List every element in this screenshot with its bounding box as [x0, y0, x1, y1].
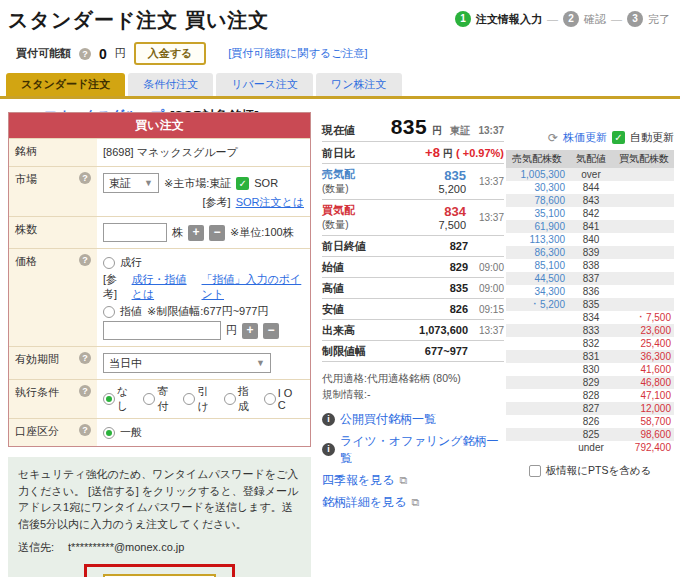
- stat-time: 13:37: [468, 325, 504, 336]
- chevron-down-icon: ▼: [144, 178, 153, 188]
- account-type-label: 口座区分: [15, 424, 59, 439]
- sor-info-link[interactable]: SOR注文とは: [236, 195, 304, 210]
- account-general-radio[interactable]: [103, 427, 115, 439]
- help-icon[interactable]: ?: [79, 385, 91, 397]
- main-market-note: ※主市場:東証: [164, 176, 231, 191]
- price-cell[interactable]: 843: [568, 194, 614, 207]
- sell-qty-cell: 78,600: [506, 194, 568, 207]
- buy-qty-cell: [614, 207, 674, 220]
- step-3-label: 完了: [648, 12, 670, 27]
- price-cell[interactable]: 842: [568, 207, 614, 220]
- funds-notice-link[interactable]: [買付可能額に関するご注意]: [228, 46, 367, 61]
- validity-select[interactable]: 当日中▼: [103, 353, 271, 373]
- quote-link-1: iライツ・オファリング銘柄一覧: [322, 433, 504, 467]
- price-cell[interactable]: 839: [568, 246, 614, 259]
- deposit-button[interactable]: 入金する: [134, 42, 207, 65]
- board-row-841: 61,900841: [506, 220, 674, 233]
- price-cell[interactable]: 826: [568, 415, 614, 428]
- help-icon[interactable]: ?: [79, 48, 91, 60]
- exec-option-radio[interactable]: [224, 393, 236, 405]
- price-cell[interactable]: 832: [568, 337, 614, 350]
- order-form-column: 買い注文 銘柄 [8698] マネックスグループ 市場 ? 東証▼ ※主市場:東…: [8, 112, 311, 577]
- tab-2[interactable]: リバース注文: [216, 73, 313, 96]
- quantity-input[interactable]: [103, 223, 167, 242]
- chevron-down-icon: ▼: [256, 358, 265, 368]
- buy-qty-cell: [614, 194, 674, 207]
- price-cell[interactable]: 837: [568, 272, 614, 285]
- quantity-unit: 株: [172, 225, 183, 240]
- refresh-price-link[interactable]: 株価更新: [563, 130, 607, 145]
- daily-change-label: 前日比: [322, 146, 380, 161]
- sell-qty-cell: 30,300: [506, 181, 568, 194]
- exec-option-radio[interactable]: [183, 393, 195, 405]
- sell-qty-cell: 34,300: [506, 285, 568, 298]
- price-cell[interactable]: 844: [568, 181, 614, 194]
- price-cell[interactable]: over: [568, 168, 614, 181]
- account-general-label: 一般: [120, 425, 142, 440]
- exec-option-radio[interactable]: [103, 393, 115, 405]
- quote-link-2: 四季報を見る⧉: [322, 472, 504, 489]
- price-cell[interactable]: 836: [568, 285, 614, 298]
- stat-value: 827: [380, 240, 468, 252]
- quote-link-text[interactable]: 銘柄詳細を見る: [322, 494, 407, 511]
- stat-value: 835: [380, 282, 468, 294]
- buy-qty-cell: [614, 220, 674, 233]
- price-cell[interactable]: 828: [568, 389, 614, 402]
- price-cell[interactable]: 840: [568, 233, 614, 246]
- exec-option-radio[interactable]: [143, 393, 155, 405]
- price-cell[interactable]: 830: [568, 363, 614, 376]
- plus-button[interactable]: +: [188, 225, 204, 241]
- ask-label: 売気配: [322, 167, 372, 182]
- help-icon[interactable]: ?: [79, 254, 91, 266]
- stat-value: 829: [380, 261, 468, 273]
- best-ask-row: 売気配 (数量) 835 5,200 13:37: [322, 164, 504, 200]
- price-header: 気配値: [568, 150, 614, 168]
- help-icon[interactable]: ?: [79, 172, 91, 184]
- auto-update-checkbox[interactable]: ✓: [612, 131, 625, 144]
- tab-1[interactable]: 条件付注文: [128, 73, 213, 96]
- plus-button[interactable]: +: [242, 323, 258, 339]
- price-cell[interactable]: 833: [568, 324, 614, 337]
- exec-option-radio[interactable]: [264, 393, 276, 405]
- price-type-info-link[interactable]: 成行・指値とは: [132, 272, 197, 302]
- help-icon[interactable]: ?: [79, 424, 91, 436]
- market-order-radio[interactable]: [103, 257, 115, 269]
- price-cell[interactable]: 841: [568, 220, 614, 233]
- price-cell[interactable]: 838: [568, 259, 614, 272]
- minus-button[interactable]: −: [263, 323, 279, 339]
- bid-time: 13:37: [466, 212, 504, 223]
- price-cell[interactable]: 835: [568, 298, 614, 311]
- send-otp-button[interactable]: 送信する: [103, 574, 216, 577]
- price-cell[interactable]: 829: [568, 376, 614, 389]
- refresh-icon[interactable]: ⟳: [548, 131, 558, 145]
- quote-link-text[interactable]: 四季報を見る: [322, 472, 395, 489]
- tab-3[interactable]: ワン株注文: [316, 73, 402, 96]
- price-cell[interactable]: 825: [568, 428, 614, 441]
- price-cell[interactable]: 834: [568, 311, 614, 324]
- quote-link-text[interactable]: 公開買付銘柄一覧: [340, 411, 436, 428]
- buy-qty-cell: 792,400: [614, 441, 674, 454]
- board-row-842: 35,100842: [506, 207, 674, 220]
- price-cell[interactable]: 827: [568, 402, 614, 415]
- limit-input-tips-link[interactable]: 「指値」入力のポイント: [202, 272, 304, 302]
- pts-checkbox[interactable]: [529, 465, 541, 477]
- price-cell[interactable]: 831: [568, 350, 614, 363]
- price-cell[interactable]: under: [568, 441, 614, 454]
- tab-0[interactable]: スタンダード注文: [6, 73, 125, 96]
- board-row-834: 834･ 7,500: [506, 311, 674, 324]
- market-select[interactable]: 東証▼: [103, 173, 159, 193]
- quote-stat-row: 始値82909:00: [322, 257, 504, 278]
- sor-checkbox[interactable]: ✓: [236, 177, 249, 190]
- minus-button[interactable]: −: [209, 225, 225, 241]
- step-2-circle: 2: [563, 11, 579, 27]
- quote-note: 規制情報:-: [322, 386, 504, 402]
- help-icon[interactable]: ?: [79, 352, 91, 364]
- funds-label: 買付可能額: [16, 46, 71, 61]
- limit-price-input[interactable]: [103, 321, 221, 340]
- quote-link-text[interactable]: ライツ・オファリング銘柄一覧: [340, 433, 504, 467]
- sell-qty-cell: [506, 376, 568, 389]
- buy-qty-cell: [614, 168, 674, 181]
- board-row-826: 82658,700: [506, 415, 674, 428]
- buy-qty-cell: 58,700: [614, 415, 674, 428]
- limit-order-radio[interactable]: [103, 306, 115, 318]
